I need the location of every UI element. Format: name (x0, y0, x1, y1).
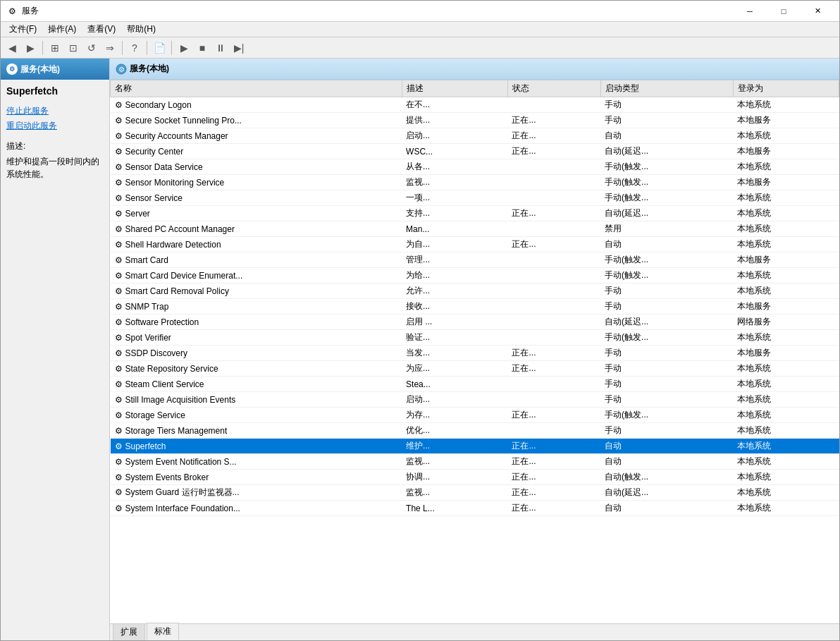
service-desc: 监视... (402, 175, 507, 190)
table-row[interactable]: ⚙System Guard 运行时监视器...监视...正在...自动(延迟..… (111, 485, 839, 501)
menu-item-文件(F)[interactable]: 文件(F) (4, 22, 42, 37)
tab-standard[interactable]: 标准 (147, 623, 179, 640)
service-login: 本地系统 (733, 423, 839, 439)
table-row[interactable]: ⚙Shell Hardware Detection为自...正在...自动本地系… (111, 237, 839, 252)
service-desc: 验证... (402, 330, 507, 346)
service-login: 本地服务 (733, 299, 839, 315)
window-icon: ⚙ (6, 6, 18, 17)
toolbar-help[interactable]: ? (126, 39, 143, 56)
service-desc: 监视... (402, 485, 507, 501)
toolbar-refresh[interactable]: ↺ (83, 39, 100, 56)
service-desc: 支持... (402, 206, 507, 221)
table-row[interactable]: ⚙Shared PC Account ManagerMan...禁用本地系统 (111, 221, 839, 237)
toolbar-export[interactable]: ⇒ (101, 39, 118, 56)
service-login: 本地服务 (733, 113, 839, 128)
toolbar-forward[interactable]: ▶ (22, 39, 39, 56)
toolbar-sep-4 (171, 41, 172, 55)
service-login: 本地系统 (733, 330, 839, 346)
stop-service-link[interactable]: 停止此服务 (6, 105, 104, 117)
table-row[interactable]: ⚙SSDP Discovery当发...正在...手动本地服务 (111, 346, 839, 361)
table-row[interactable]: ⚙System Interface Foundation...The L...正… (111, 501, 839, 516)
table-row[interactable]: ⚙Smart Card Removal Policy允许...手动本地系统 (111, 283, 839, 299)
right-panel-icon: ⚙ (116, 63, 127, 75)
table-row[interactable]: ⚙Spot Verifier验证...手动(触发...本地系统 (111, 330, 839, 346)
toolbar-back[interactable]: ◀ (4, 39, 20, 56)
service-startup: 手动(触发... (600, 159, 733, 175)
menu-item-查看(V)[interactable]: 查看(V) (82, 22, 121, 37)
service-desc: Man... (402, 221, 507, 237)
service-desc: The L... (402, 501, 507, 516)
service-status: 正在... (507, 113, 600, 128)
service-startup: 手动 (600, 97, 733, 113)
table-row[interactable]: ⚙Storage Tiers Management优化...手动本地系统 (111, 423, 839, 439)
service-name: ⚙Still Image Acquisition Events (111, 392, 402, 408)
service-startup: 自动 (600, 454, 733, 470)
toolbar-props[interactable]: 📄 (151, 39, 168, 56)
service-startup: 手动(触发... (600, 408, 733, 423)
service-status: 正在... (507, 237, 600, 252)
col-header-startup[interactable]: 启动类型 (600, 80, 733, 97)
service-startup: 手动 (600, 392, 733, 408)
table-row[interactable]: ⚙Superfetch维护...正在...自动本地系统 (111, 439, 839, 454)
left-panel-title: 服务(本地) (20, 63, 60, 75)
table-row[interactable]: ⚙Sensor Service一项...手动(触发...本地系统 (111, 190, 839, 206)
close-button[interactable]: ✕ (801, 1, 834, 22)
tab-expand[interactable]: 扩展 (113, 623, 145, 640)
service-status (507, 299, 600, 315)
service-status: 正在... (507, 485, 600, 501)
restart-service-link[interactable]: 重启动此服务 (6, 120, 104, 132)
services-table-container[interactable]: 名称 描述 状态 启动类型 登录为 ⚙Secondary Logon在不...手… (110, 80, 839, 623)
maximize-button[interactable]: □ (767, 1, 800, 22)
service-login: 本地系统 (733, 439, 839, 454)
toolbar-up[interactable]: ⊞ (47, 39, 63, 56)
menu-item-帮助(H)[interactable]: 帮助(H) (121, 22, 161, 37)
table-row[interactable]: ⚙Sensor Data Service从各...手动(触发...本地系统 (111, 159, 839, 175)
service-login: 本地服务 (733, 346, 839, 361)
table-row[interactable]: ⚙Still Image Acquisition Events启动...手动本地… (111, 392, 839, 408)
table-row[interactable]: ⚙Storage Service为存...正在...手动(触发...本地系统 (111, 408, 839, 423)
service-name: ⚙Shell Hardware Detection (111, 237, 402, 252)
service-startup: 手动 (600, 346, 733, 361)
service-name: ⚙Server (111, 206, 402, 221)
table-row[interactable]: ⚙Secondary Logon在不...手动本地系统 (111, 97, 839, 113)
table-row[interactable]: ⚙System Events Broker协调...正在...自动(触发...本… (111, 470, 839, 485)
col-header-desc[interactable]: 描述 (402, 80, 507, 97)
service-startup: 手动(触发... (600, 268, 733, 283)
table-row[interactable]: ⚙Steam Client ServiceStea...手动本地系统 (111, 377, 839, 392)
table-row[interactable]: ⚙Security Accounts Manager启动...正在...自动本地… (111, 128, 839, 144)
services-table: 名称 描述 状态 启动类型 登录为 ⚙Secondary Logon在不...手… (110, 80, 839, 516)
toolbar-start[interactable]: ▶ (175, 39, 192, 56)
col-header-login[interactable]: 登录为 (733, 80, 839, 97)
table-row[interactable]: ⚙Smart Card Device Enumerat...为给...手动(触发… (111, 268, 839, 283)
table-row[interactable]: ⚙Smart Card管理...手动(触发...本地服务 (111, 252, 839, 268)
col-header-status[interactable]: 状态 (507, 80, 600, 97)
service-desc: 管理... (402, 252, 507, 268)
service-name: ⚙SSDP Discovery (111, 346, 402, 361)
table-row[interactable]: ⚙Server支持...正在...自动(延迟...本地系统 (111, 206, 839, 221)
toolbar-pause[interactable]: ⏸ (212, 39, 229, 56)
toolbar-restart[interactable]: ▶| (230, 39, 247, 56)
table-row[interactable]: ⚙Secure Socket Tunneling Pro...提供...正在..… (111, 113, 839, 128)
table-row[interactable]: ⚙State Repository Service为应...正在...手动本地系… (111, 361, 839, 377)
service-startup: 自动 (600, 128, 733, 144)
service-desc: 一项... (402, 190, 507, 206)
service-login: 本地系统 (733, 97, 839, 113)
table-row[interactable]: ⚙SNMP Trap接收...手动本地服务 (111, 299, 839, 315)
service-login: 本地服务 (733, 144, 839, 159)
service-name: ⚙System Interface Foundation... (111, 501, 402, 516)
toolbar-show[interactable]: ⊡ (65, 39, 82, 56)
service-startup: 手动(触发... (600, 175, 733, 190)
table-row[interactable]: ⚙System Event Notification S...监视...正在..… (111, 454, 839, 470)
menu-item-操作(A)[interactable]: 操作(A) (42, 22, 82, 37)
table-row[interactable]: ⚙Sensor Monitoring Service监视...手动(触发...本… (111, 175, 839, 190)
service-status (507, 175, 600, 190)
menu-bar: 文件(F)操作(A)查看(V)帮助(H) (1, 22, 839, 37)
minimize-button[interactable]: ─ (734, 1, 766, 22)
service-name: ⚙SNMP Trap (111, 299, 402, 315)
col-header-name[interactable]: 名称 (111, 80, 402, 97)
toolbar-stop[interactable]: ■ (194, 39, 211, 56)
bottom-tabs: 扩展 标准 (110, 623, 839, 640)
service-startup: 手动 (600, 113, 733, 128)
table-row[interactable]: ⚙Software Protection启用 ...自动(延迟...网络服务 (111, 315, 839, 330)
table-row[interactable]: ⚙Security CenterWSC...正在...自动(延迟...本地服务 (111, 144, 839, 159)
